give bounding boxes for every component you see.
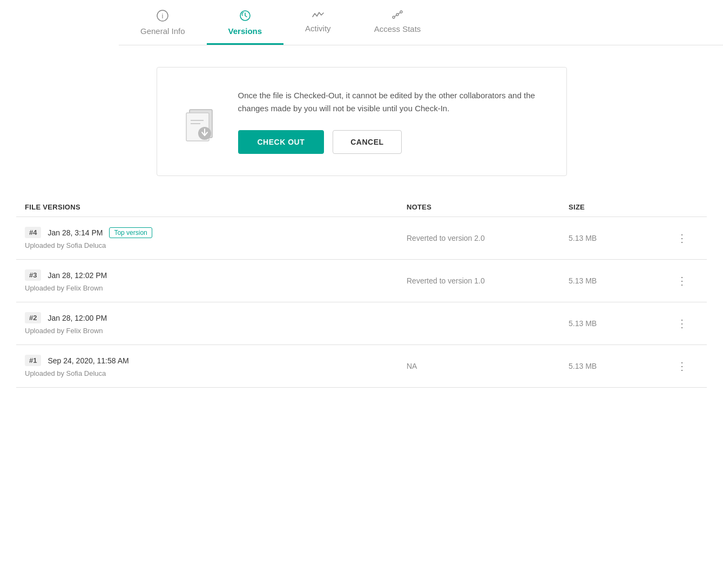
version-menu-4[interactable]: ⋮ — [666, 233, 698, 244]
version-info-4: #4 Jan 28, 3:14 PM Top version Uploaded … — [25, 227, 407, 249]
checkout-buttons: CHECK OUT CANCEL — [238, 130, 539, 154]
header-file-versions: FILE VERSIONS — [25, 203, 407, 211]
version-notes-4: Reverted to version 2.0 — [407, 234, 569, 242]
table-row: #2 Jan 28, 12:00 PM Uploaded by Felix Br… — [16, 302, 707, 345]
version-date-2: Jan 28, 12:00 PM — [48, 314, 107, 322]
header-actions — [666, 203, 698, 211]
version-date-3: Jan 28, 12:02 PM — [48, 271, 107, 280]
info-icon: i — [157, 10, 168, 23]
version-menu-2[interactable]: ⋮ — [666, 318, 698, 329]
activity-icon — [312, 10, 324, 21]
access-stats-icon — [391, 10, 403, 21]
version-date-4: Jan 28, 3:14 PM — [48, 228, 103, 237]
version-top-line-4: #4 Jan 28, 3:14 PM Top version — [25, 227, 407, 238]
checkout-message-area: Once the file is Checked-Out, it cannot … — [238, 89, 539, 154]
header-notes: NOTES — [407, 203, 569, 211]
version-notes-3: Reverted to version 1.0 — [407, 276, 569, 285]
tab-activity-label: Activity — [305, 24, 331, 33]
version-date-1: Sep 24, 2020, 11:58 AM — [48, 356, 129, 365]
versions-table-header: FILE VERSIONS NOTES SIZE — [16, 198, 707, 217]
version-uploader-1: Uploaded by Sofia Deluca — [25, 369, 407, 377]
version-size-3: 5.13 MB — [569, 276, 666, 285]
version-menu-3[interactable]: ⋮ — [666, 275, 698, 286]
table-row: #1 Sep 24, 2020, 11:58 AM Uploaded by So… — [16, 345, 707, 388]
version-uploader-2: Uploaded by Felix Brown — [25, 327, 407, 335]
tab-versions[interactable]: Versions — [207, 0, 284, 45]
version-uploader-3: Uploaded by Felix Brown — [25, 284, 407, 292]
version-size-2: 5.13 MB — [569, 319, 666, 328]
table-row: #3 Jan 28, 12:02 PM Uploaded by Felix Br… — [16, 260, 707, 302]
tab-access-stats[interactable]: Access Stats — [353, 0, 443, 45]
version-info-2: #2 Jan 28, 12:00 PM Uploaded by Felix Br… — [25, 312, 407, 335]
svg-text:i: i — [162, 12, 164, 20]
svg-line-6 — [394, 15, 396, 16]
version-number-2: #2 — [25, 312, 41, 323]
cancel-button[interactable]: CANCEL — [333, 130, 401, 154]
tab-versions-label: Versions — [228, 26, 262, 36]
version-size-4: 5.13 MB — [569, 234, 666, 242]
version-size-1: 5.13 MB — [569, 362, 666, 370]
version-number-4: #4 — [25, 227, 41, 238]
tab-general-info-label: General Info — [140, 26, 185, 36]
version-info-1: #1 Sep 24, 2020, 11:58 AM Uploaded by So… — [25, 355, 407, 377]
top-version-badge-4: Top version — [109, 227, 152, 238]
version-top-line-2: #2 Jan 28, 12:00 PM — [25, 312, 407, 323]
version-menu-1[interactable]: ⋮ — [666, 361, 698, 371]
version-notes-1: NA — [407, 362, 569, 370]
version-number-3: #3 — [25, 269, 41, 281]
table-row: #4 Jan 28, 3:14 PM Top version Uploaded … — [16, 217, 707, 260]
version-top-line-1: #1 Sep 24, 2020, 11:58 AM — [25, 355, 407, 366]
versions-section: FILE VERSIONS NOTES SIZE #4 Jan 28, 3:14… — [16, 198, 707, 388]
version-info-3: #3 Jan 28, 12:02 PM Uploaded by Felix Br… — [25, 269, 407, 292]
checkout-message-text: Once the file is Checked-Out, it cannot … — [238, 89, 539, 115]
tab-general-info[interactable]: i General Info — [119, 0, 207, 45]
tab-activity[interactable]: Activity — [283, 0, 353, 45]
version-top-line-3: #3 Jan 28, 12:02 PM — [25, 269, 407, 281]
tabs-container: i General Info Versions Activity — [119, 0, 723, 45]
tab-access-stats-label: Access Stats — [374, 24, 421, 33]
versions-icon — [239, 10, 251, 23]
version-number-1: #1 — [25, 355, 41, 366]
checkout-file-icon — [184, 105, 217, 138]
checkout-card: Once the file is Checked-Out, it cannot … — [157, 67, 567, 176]
header-size: SIZE — [569, 203, 666, 211]
svg-line-7 — [398, 12, 400, 13]
version-uploader-4: Uploaded by Sofia Deluca — [25, 241, 407, 249]
checkout-button[interactable]: CHECK OUT — [238, 130, 325, 154]
